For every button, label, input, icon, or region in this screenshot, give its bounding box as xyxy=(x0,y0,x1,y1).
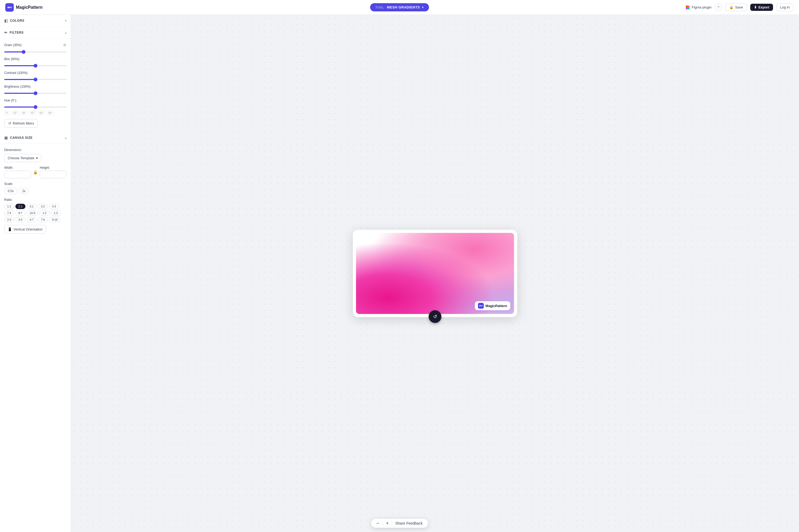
bottom-bar: − + Share Feedback xyxy=(371,519,428,528)
template-label: Choose Template xyxy=(8,156,35,160)
ratio-3-4-button[interactable]: 3:4 xyxy=(15,217,25,222)
header-right: Figma plugin ? 🔒 Save ⬇ Export Log In xyxy=(685,3,794,11)
ratio-1-3-button[interactable]: 1:3 xyxy=(51,210,60,216)
ratio-7-8-button[interactable]: 7:8 xyxy=(38,217,48,222)
header: MagicPattern TOOL: MESH GRADIENTS ▾ Figm… xyxy=(0,0,799,15)
brightness-slider[interactable] xyxy=(4,93,67,94)
canvas-size-chevron-icon: ▴ xyxy=(65,136,67,140)
tool-label: TOOL: xyxy=(375,6,385,9)
hue-marker-30[interactable]: 30° xyxy=(20,111,27,115)
canvas-area: MagicPattern ↺ xyxy=(71,15,799,532)
width-input[interactable]: 2000 xyxy=(4,171,31,178)
bottom-divider-2 xyxy=(392,521,392,525)
colors-chevron-icon: ▾ xyxy=(65,19,67,22)
width-height-row: Width: 2000 🔒 Height: 1000 xyxy=(4,166,67,178)
zoom-in-button[interactable]: + xyxy=(386,521,389,526)
watermark-logo-icon xyxy=(478,303,484,309)
height-input[interactable]: 1000 xyxy=(40,171,67,178)
ratio-1-2-button[interactable]: 1:2 xyxy=(39,210,49,216)
refresh-filters-button[interactable]: ↺ Refresh filters xyxy=(4,119,38,128)
hue-marker-0[interactable]: 0° xyxy=(4,111,10,115)
svg-point-2 xyxy=(11,7,12,8)
ratio-7-4-button[interactable]: 7:4 xyxy=(4,210,14,216)
svg-point-10 xyxy=(482,305,483,306)
brightness-filter: Brightness (100%): xyxy=(4,85,67,95)
blur-slider[interactable] xyxy=(4,65,67,66)
colors-section-left: ◧ COLORS xyxy=(4,19,24,23)
filters-section-header[interactable]: ✏ FILTERS ▴ xyxy=(0,27,71,39)
canvas-wrapper: MagicPattern ↺ xyxy=(353,230,517,317)
login-label: Log In xyxy=(780,5,790,9)
vertical-orientation-button[interactable]: 📱 Vertical Orientation xyxy=(4,225,46,234)
ratio-9-16-button[interactable]: 9:16 xyxy=(49,217,60,222)
blur-label-row: Blur (50%): xyxy=(4,57,67,61)
canvas-size-label: CANVAS SIZE xyxy=(10,136,33,140)
filters-chevron-icon: ▴ xyxy=(65,31,67,35)
grain-slider[interactable] xyxy=(4,51,67,53)
width-label: Width: xyxy=(4,166,31,170)
hue-marker-45[interactable]: 45° xyxy=(29,111,36,115)
filter-icon: ✏ xyxy=(4,31,8,35)
zoom-out-button[interactable]: − xyxy=(376,521,379,526)
watermark-text: MagicPattern xyxy=(485,304,507,308)
template-chevron-icon: ▾ xyxy=(36,156,38,160)
figma-label: Figma plugin xyxy=(692,5,711,9)
canvas-size-left: ▣ CANVAS SIZE xyxy=(4,136,33,140)
export-label: Export xyxy=(759,5,769,9)
ratio-8-7-button[interactable]: 8:7 xyxy=(15,210,25,216)
ratio-2-1-button[interactable]: 2:1 xyxy=(15,204,25,209)
colors-label: COLORS xyxy=(10,19,24,22)
orientation-label: Vertical Orientation xyxy=(14,227,43,231)
feedback-label[interactable]: Share Feedback xyxy=(395,521,423,525)
hue-slider[interactable] xyxy=(4,107,67,108)
hue-label-row: Hue (0°): xyxy=(4,98,67,102)
colors-section-header[interactable]: ◧ COLORS ▾ xyxy=(0,15,71,27)
choose-template-button[interactable]: Choose Template ▾ xyxy=(4,154,41,162)
help-button[interactable]: ? xyxy=(715,4,722,11)
hue-marker-90[interactable]: 90° xyxy=(47,111,54,115)
ratio-buttons: 1:1 2:1 3:1 3:2 4:3 7:4 8:7 16:9 1:2 1:3… xyxy=(4,204,67,222)
svg-rect-5 xyxy=(686,7,688,9)
scale-label: Scale: xyxy=(4,182,67,186)
scale-2x-button[interactable]: 2x xyxy=(19,188,29,194)
contrast-slider[interactable] xyxy=(4,79,67,80)
ratio-label: Ratio: xyxy=(4,198,67,202)
canvas-size-section-header[interactable]: ▣ CANVAS SIZE ▴ xyxy=(0,132,71,144)
contrast-label: Contrast (100%): xyxy=(4,71,29,75)
save-button[interactable]: 🔒 Save xyxy=(725,3,747,11)
app-logo[interactable]: MagicPattern xyxy=(5,3,42,12)
ratio-4-3-button[interactable]: 4:3 xyxy=(49,204,59,209)
figma-plugin-button[interactable]: Figma plugin xyxy=(685,5,711,10)
save-label: Save xyxy=(735,5,743,9)
sidebar: ◧ COLORS ▾ ✏ FILTERS ▴ Grain (30%): ⚙ xyxy=(0,15,71,532)
chevron-down-icon: ▾ xyxy=(422,6,424,9)
ratio-1-1-button[interactable]: 1:1 xyxy=(4,204,14,209)
ratio-3-1-button[interactable]: 3:1 xyxy=(27,204,37,209)
hue-marker-15[interactable]: 15° xyxy=(12,111,19,115)
ratio-3-2-button[interactable]: 3:2 xyxy=(38,204,48,209)
lock-aspect-icon[interactable]: 🔒 xyxy=(33,170,38,174)
brightness-label-row: Brightness (100%): xyxy=(4,85,67,89)
grain-gear-icon[interactable]: ⚙ xyxy=(63,43,67,47)
ratio-4-7-button[interactable]: 4:7 xyxy=(27,217,37,222)
ratio-16-9-button[interactable]: 16:9 xyxy=(27,210,38,216)
dimensions-label: Dimensions: xyxy=(4,148,67,152)
scale-0-5x-button[interactable]: 0.5x xyxy=(4,188,17,194)
filters-label: FILTERS xyxy=(10,31,24,35)
hue-marker-60[interactable]: 60° xyxy=(38,111,45,115)
contrast-filter: Contrast (100%): xyxy=(4,71,67,81)
grain-label-row: Grain (30%): ⚙ xyxy=(4,43,67,47)
refresh-gradient-button[interactable]: ↺ xyxy=(429,310,441,323)
scale-buttons: 0.5x 2x xyxy=(4,188,67,194)
height-label: Height: xyxy=(40,166,67,170)
filters-section-left: ✏ FILTERS xyxy=(4,31,24,35)
refresh-icon: ↺ xyxy=(8,121,11,125)
export-button[interactable]: ⬇ Export xyxy=(750,4,773,11)
svg-point-8 xyxy=(479,305,481,306)
login-button[interactable]: Log In xyxy=(776,3,794,11)
tool-selector[interactable]: TOOL: MESH GRADIENTS ▾ xyxy=(370,3,429,12)
svg-point-7 xyxy=(688,7,689,9)
blur-label: Blur (50%): xyxy=(4,57,20,61)
tool-name: MESH GRADIENTS xyxy=(387,5,420,9)
ratio-2-3-button[interactable]: 2:3 xyxy=(4,217,14,222)
